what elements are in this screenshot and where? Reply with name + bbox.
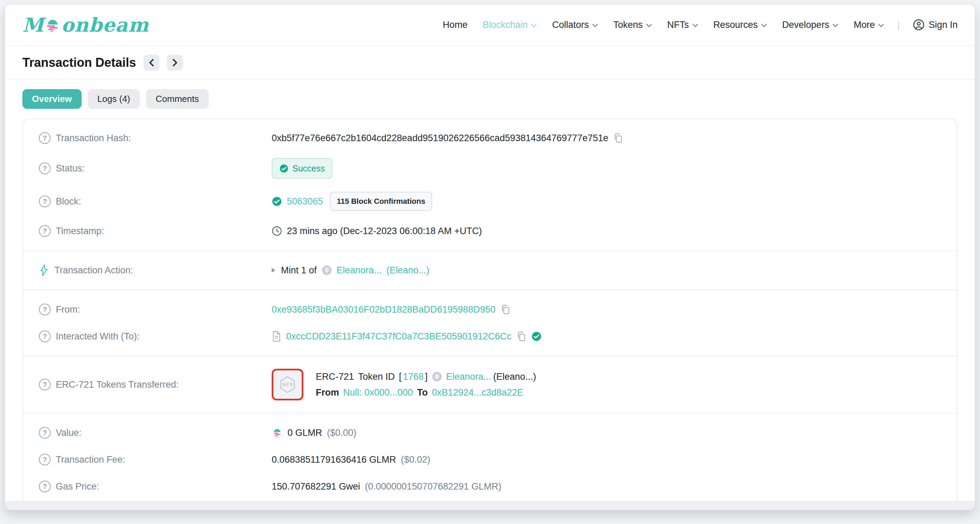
- nav-more-label: More: [854, 20, 875, 30]
- erc721-token-id-text: Token ID: [358, 370, 395, 384]
- chevron-down-icon: [878, 24, 884, 27]
- help-icon[interactable]: ?: [39, 162, 51, 174]
- glmr-token-icon: [272, 427, 283, 438]
- copy-icon: [613, 133, 623, 144]
- token-logo-icon: [321, 265, 332, 275]
- status-label: Status:: [56, 162, 85, 175]
- copy-from-address-button[interactable]: [500, 304, 511, 315]
- erc721-transfers-row: ? ERC-721 Tokens Transferred: NFT: [39, 362, 941, 407]
- chevron-down-icon: [692, 24, 698, 27]
- nav-collators-label: Collators: [552, 20, 589, 30]
- row-value: 0 GLMR ($0.00): [272, 426, 356, 440]
- row-value: 0.06838511791636416 GLMR ($0.02): [272, 453, 430, 467]
- previous-transaction-button[interactable]: [143, 55, 159, 71]
- row-value: Mint 1 of Eleanora... (Eleano...): [272, 264, 430, 277]
- chevron-right-icon: [172, 59, 178, 67]
- help-icon[interactable]: ?: [39, 132, 51, 144]
- interacted-with-label: Interacted With (To):: [56, 329, 140, 343]
- erc721-standard: ERC-721: [316, 370, 354, 384]
- nft-thumbnail-highlight-ring[interactable]: NFT: [272, 369, 303, 400]
- row-value: NFT ERC-721 Token ID [ 1768 ]: [272, 369, 536, 400]
- value-label: Value:: [56, 426, 82, 440]
- moonbeam-logo[interactable]: M onbeam: [22, 15, 149, 35]
- help-icon[interactable]: ?: [39, 427, 51, 438]
- nav-separator: |: [897, 19, 900, 30]
- sign-in-button[interactable]: Sign In: [913, 19, 958, 31]
- row-label: ? From:: [39, 303, 272, 316]
- bracket: [: [399, 370, 402, 384]
- erc721-line-2: From Null: 0x000...000 To 0xB12924...c3d…: [316, 386, 536, 399]
- erc721-token-symbol: (Eleano...): [493, 370, 536, 384]
- next-transaction-button[interactable]: [167, 55, 183, 71]
- nav-home-label: Home: [443, 20, 468, 30]
- erc721-token-name-link[interactable]: Eleanora...: [446, 370, 492, 384]
- chevron-down-icon: [592, 24, 598, 27]
- block-number-link[interactable]: 5063065: [287, 195, 323, 208]
- user-icon: [913, 19, 924, 31]
- transaction-hash-label: Transaction Hash:: [56, 131, 131, 145]
- transaction-details-card: ? Transaction Hash: 0xb5f77e76e667c2b160…: [22, 118, 958, 506]
- nav-resources[interactable]: Resources: [713, 20, 767, 30]
- transaction-hash-row: ? Transaction Hash: 0xb5f77e76e667c2b160…: [39, 125, 941, 151]
- to-contract-address-link[interactable]: 0xccCDD23E11F3f47C37fC0a7C3BE505901912C6…: [286, 329, 511, 343]
- row-value: 0xe93685f3bBA03016F02bD1828BaDD6195988D9…: [272, 303, 511, 316]
- nav-developers[interactable]: Developers: [782, 20, 839, 30]
- nav-nfts-label: NFTs: [667, 20, 689, 30]
- copy-to-address-button[interactable]: [516, 331, 527, 342]
- erc721-line-1: ERC-721 Token ID [ 1768 ] Eleanora... (E…: [316, 370, 536, 384]
- block-row: ? Block: 5063065 115 Block Confirmations: [39, 185, 941, 218]
- value-usd: ($0.00): [327, 426, 357, 440]
- from-address-link[interactable]: 0xe93685f3bBA03016F02bD1828BaDD6195988D9…: [272, 303, 495, 316]
- erc721-from-address-link[interactable]: Null: 0x000...000: [343, 386, 413, 399]
- help-icon[interactable]: ?: [39, 195, 51, 207]
- gas-price-row: ? Gas Price: 150.707682291 Gwei (0.00000…: [39, 473, 941, 500]
- section-divider: [23, 413, 957, 413]
- nav-developers-label: Developers: [782, 20, 829, 30]
- status-row: ? Status: Success: [39, 151, 941, 185]
- tab-overview[interactable]: Overview: [22, 89, 82, 109]
- transaction-action-row: Transaction Action: Mint 1 of Eleanora..…: [39, 257, 941, 284]
- help-icon[interactable]: ?: [39, 304, 51, 315]
- row-label: ? Timestamp:: [39, 224, 272, 238]
- tab-comments[interactable]: Comments: [146, 89, 209, 109]
- chevron-down-icon: [832, 24, 838, 27]
- help-icon[interactable]: ?: [39, 481, 51, 492]
- row-label: ? Gas Price:: [39, 480, 272, 493]
- nft-placeholder-thumbnail[interactable]: NFT: [275, 372, 300, 397]
- timestamp-label: Timestamp:: [56, 224, 104, 238]
- block-label: Block:: [56, 195, 81, 208]
- transaction-fee-row: ? Transaction Fee: 0.06838511791636416 G…: [39, 446, 941, 473]
- page-title: Transaction Details: [22, 56, 136, 70]
- contract-document-icon: [272, 331, 281, 342]
- title-bar: Transaction Details: [5, 46, 975, 79]
- value-amount: 0 GLMR: [288, 426, 322, 440]
- copy-hash-button[interactable]: [613, 133, 623, 144]
- nav-tokens[interactable]: Tokens: [613, 20, 652, 30]
- status-badge-label: Success: [292, 162, 325, 175]
- chevron-left-icon: [148, 59, 154, 67]
- erc721-to-address-link[interactable]: 0xB12924...c3d8a22E: [432, 386, 523, 399]
- tab-logs[interactable]: Logs (4): [88, 89, 140, 109]
- chevron-down-icon: [646, 24, 652, 27]
- nav-home[interactable]: Home: [443, 20, 468, 30]
- nav-collators[interactable]: Collators: [552, 20, 598, 30]
- section-divider: [23, 356, 957, 356]
- erc721-token-id-link[interactable]: 1768: [403, 370, 423, 384]
- row-label: ? Interacted With (To):: [39, 329, 272, 343]
- help-icon[interactable]: ?: [39, 454, 51, 465]
- row-value: Success: [272, 158, 332, 179]
- help-icon[interactable]: ?: [39, 379, 51, 391]
- help-icon[interactable]: ?: [39, 330, 51, 342]
- transaction-fee-label: Transaction Fee:: [56, 453, 125, 467]
- caret-right-icon[interactable]: [272, 268, 275, 273]
- help-icon[interactable]: ?: [39, 225, 51, 237]
- interacted-with-row: ? Interacted With (To): 0xccCDD23E11F3f4…: [39, 323, 941, 350]
- nav-more[interactable]: More: [854, 20, 884, 30]
- action-token-link[interactable]: Eleanora...: [337, 264, 382, 277]
- bracket: ]: [425, 370, 428, 384]
- action-token-symbol-link[interactable]: (Eleano...): [387, 264, 430, 277]
- nav-nfts[interactable]: NFTs: [667, 20, 698, 30]
- logo-text-prefix: M: [22, 15, 44, 35]
- nav-blockchain[interactable]: Blockchain: [483, 20, 537, 30]
- row-label: ? Transaction Fee:: [39, 453, 272, 467]
